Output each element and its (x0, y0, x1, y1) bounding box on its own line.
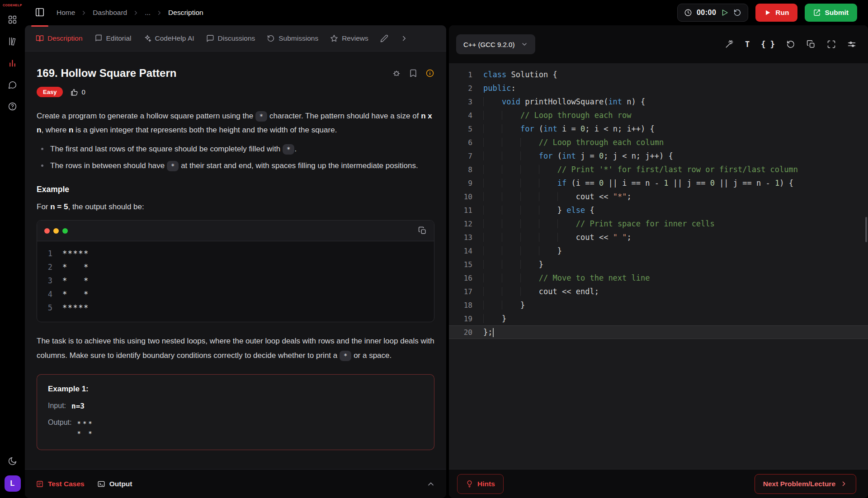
copy-code-icon[interactable] (807, 40, 816, 49)
submit-external-icon (813, 9, 821, 16)
terminal-line: 4* * (37, 287, 434, 301)
breadcrumb-item[interactable]: ... (145, 9, 151, 17)
tab-reviews[interactable]: Reviews (330, 34, 368, 42)
timer-play-icon[interactable] (721, 9, 729, 17)
problem-paragraph: Create a program to generate a hollow sq… (37, 109, 434, 137)
sidebar-toggle-icon[interactable] (35, 7, 45, 19)
code-editor[interactable]: 1class Solution {2public:3 void printHol… (449, 63, 868, 469)
next-problem-button[interactable]: Next Problem/Lecture (755, 474, 856, 494)
debug-bug-icon[interactable] (392, 69, 401, 78)
testcases-footer: Test Cases Output (25, 469, 446, 498)
copy-icon[interactable] (418, 226, 427, 235)
codehelp-logo: CODEHELP (3, 4, 22, 7)
code-line[interactable]: 15 } (449, 258, 868, 271)
terminal-line: 1***** (37, 247, 434, 260)
breadcrumb-separator-chevron-icon (80, 9, 87, 16)
timer-reset-icon[interactable] (733, 9, 741, 17)
code-line[interactable]: 4 // Loop through each row (449, 108, 868, 122)
code-line[interactable]: 5 for (int i = 0; i < n; i++) { (449, 122, 868, 136)
inline-code-star: * (255, 111, 267, 122)
format-wand-icon[interactable] (725, 40, 734, 49)
output-label: Output: (48, 418, 71, 427)
difficulty-badge: Easy (37, 87, 63, 97)
edit-pencil-icon[interactable] (380, 34, 388, 42)
settings-sliders-icon[interactable] (847, 40, 856, 49)
output-value: *** * * (77, 418, 94, 439)
tab-test-cases[interactable]: Test Cases (36, 480, 85, 488)
submit-button[interactable]: Submit (805, 4, 857, 22)
tab-editorial[interactable]: Editorial (94, 34, 132, 42)
inline-code-star: * (283, 144, 294, 155)
tab-discussions[interactable]: Discussions (206, 34, 255, 42)
app: CODEHELP L (0, 0, 868, 498)
input-value: n=3 (71, 402, 85, 410)
info-icon[interactable] (425, 69, 434, 78)
timer: 00:00 (677, 4, 748, 22)
left-rail: CODEHELP L (0, 0, 25, 498)
code-line[interactable]: 6 // Loop through each column (449, 136, 868, 149)
code-line[interactable]: 16 // Move to the next line (449, 271, 868, 285)
test-cases-icon (36, 480, 44, 488)
code-line[interactable]: 19 } (449, 312, 868, 325)
terminal-dot-red (44, 228, 50, 234)
chevron-down-icon (521, 41, 528, 48)
editor-panel: C++ (GCC 9.2.0) T { } (449, 25, 868, 498)
editor-scrollbar[interactable] (865, 217, 867, 242)
inline-code-star: * (167, 161, 179, 171)
code-line[interactable]: 2public: (449, 81, 868, 95)
dashboard-grid-icon[interactable] (7, 15, 18, 26)
code-line[interactable]: 12 // Print space for inner cells (449, 217, 868, 230)
code-line[interactable]: 20}; (449, 325, 868, 339)
editor-footer: Hints Next Problem/Lecture (449, 469, 868, 498)
bullet-item: The first and last rows of the square sh… (37, 142, 434, 156)
code-line[interactable]: 18 } (449, 298, 868, 312)
text-size-icon[interactable]: T (745, 40, 750, 49)
bookmark-icon[interactable] (409, 69, 418, 78)
code-line[interactable]: 1class Solution { (449, 68, 868, 81)
tab-output[interactable]: Output (97, 480, 132, 488)
dark-mode-moon-icon[interactable] (7, 456, 18, 467)
code-line[interactable]: 17 cout << endl; (449, 285, 868, 298)
active-route-indicator (31, 25, 48, 27)
editor-toolbar: C++ (GCC 9.2.0) T { } (449, 25, 868, 63)
run-button[interactable]: Run (755, 4, 797, 22)
help-icon[interactable] (7, 102, 18, 113)
breadcrumb-item[interactable]: Dashboard (93, 9, 127, 17)
code-line[interactable]: 10 cout << "*"; (449, 190, 868, 203)
run-play-icon (764, 9, 771, 16)
tab-codehelp-ai[interactable]: CodeHelp AI (143, 34, 194, 42)
terminal-dot-yellow (53, 228, 59, 234)
timer-value: 00:00 (697, 9, 716, 17)
fullscreen-icon[interactable] (827, 40, 836, 49)
code-line[interactable]: 3 void printHollowSquare(int n) { (449, 95, 868, 108)
tab-submissions[interactable]: Submissions (267, 34, 318, 42)
problem-tabbar: DescriptionEditorialCodeHelp AIDiscussio… (25, 25, 446, 52)
code-line[interactable]: 8 // Print '*' for first/last row or fir… (449, 163, 868, 176)
example-1-title: Example 1: (48, 385, 423, 394)
topbar: HomeDashboard...Description 00:00 Run (25, 0, 868, 25)
problem-panel: DescriptionEditorialCodeHelp AIDiscussio… (25, 25, 446, 498)
collapse-panel-chevron-icon[interactable] (426, 479, 435, 489)
code-line[interactable]: 13 cout << " "; (449, 230, 868, 244)
breadcrumb-item[interactable]: Description (168, 9, 203, 17)
reset-code-icon[interactable] (786, 40, 795, 49)
library-icon[interactable] (7, 37, 18, 47)
user-avatar[interactable]: L (5, 475, 21, 492)
hints-button[interactable]: Hints (457, 474, 504, 494)
code-line[interactable]: 11 } else { (449, 203, 868, 217)
code-line[interactable]: 7 for (int j = 0; j < n; j++) { (449, 149, 868, 163)
breadcrumb-separator-chevron-icon (156, 9, 163, 16)
terminal-line: 2* * (37, 260, 434, 274)
likes-counter[interactable]: 0 (70, 88, 85, 96)
tab-description[interactable]: Description (36, 34, 83, 42)
code-line[interactable]: 14 } (449, 244, 868, 258)
code-line[interactable]: 9 if (i == 0 || i == n - 1 || j == 0 || … (449, 176, 868, 190)
language-select[interactable]: C++ (GCC 9.2.0) (456, 34, 535, 54)
chat-icon[interactable] (7, 80, 18, 91)
braces-icon[interactable]: { } (761, 40, 775, 49)
terminal-dot-green (62, 228, 68, 234)
breadcrumb-item[interactable]: Home (57, 9, 75, 17)
stats-chart-icon[interactable] (7, 58, 18, 69)
tabs-scroll-chevron-icon[interactable] (400, 34, 408, 42)
problem-bullets: The first and last rows of the square sh… (37, 142, 434, 173)
